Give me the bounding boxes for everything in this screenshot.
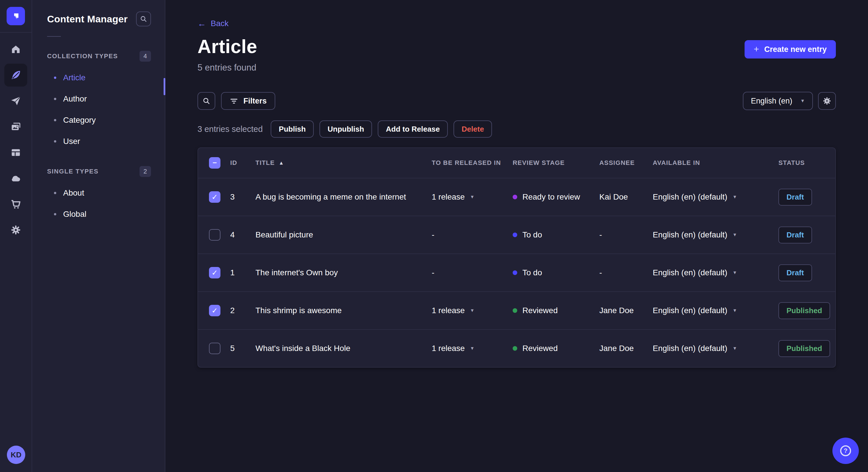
stage-dot-icon [513, 346, 517, 351]
filters-label: Filters [243, 97, 267, 105]
row-title[interactable]: This shrimp is awesome [255, 306, 432, 315]
single-types-section: SINGLE TYPES 2 About Global [47, 165, 151, 225]
releases-paper-plane-icon [10, 95, 22, 107]
stage-label: Reviewed [522, 306, 558, 315]
bullet-icon [54, 140, 56, 142]
search-button[interactable] [197, 92, 215, 110]
row-review-stage: To do [513, 230, 599, 239]
back-link[interactable]: ← Back [197, 19, 228, 28]
sidebar-item-marketplace[interactable] [4, 193, 27, 216]
strapi-logo[interactable] [7, 7, 25, 25]
stage-dot-icon [513, 233, 517, 237]
column-header-id[interactable]: ID [230, 159, 255, 167]
column-header-stage[interactable]: REVIEW STAGE [513, 159, 599, 167]
column-header-assignee[interactable]: ASSIGNEE [599, 159, 653, 167]
selection-actions-bar: 3 entries selected Publish Unpublish Add… [197, 121, 836, 138]
sidebar-item-media-library[interactable] [4, 115, 27, 138]
row-available-in[interactable]: English (en) (default) ▼ [653, 344, 778, 353]
selection-summary: 3 entries selected [197, 125, 262, 134]
status-badge: Draft [778, 189, 812, 206]
row-checkbox[interactable]: ✓ [209, 343, 220, 354]
sidebar-item-releases[interactable] [4, 90, 27, 112]
row-available-in[interactable]: English (en) (default) ▼ [653, 230, 778, 239]
sidebar-item-author[interactable]: Author [47, 88, 151, 109]
table-row[interactable]: ✓ 3 A bug is becoming a meme on the inte… [198, 178, 835, 216]
locale-select[interactable]: English (en) ▼ [743, 92, 813, 110]
add-to-release-button[interactable]: Add to Release [378, 121, 448, 138]
unpublish-button[interactable]: Unpublish [319, 121, 372, 138]
row-assignee: Jane Doe [599, 344, 653, 353]
row-status: Draft [778, 264, 835, 281]
locale-value: English (en) [751, 97, 792, 105]
row-id: 2 [230, 306, 255, 315]
column-header-available[interactable]: AVAILABLE IN [653, 159, 778, 167]
sidebar-item-category[interactable]: Category [47, 109, 151, 131]
row-available-in[interactable]: English (en) (default) ▼ [653, 268, 778, 277]
sidebar-item-content-type-builder[interactable] [4, 141, 27, 164]
checkmark-icon: ✓ [212, 193, 218, 201]
status-badge: Draft [778, 264, 812, 281]
row-title[interactable]: The internet's Own boy [255, 268, 432, 277]
sidebar-search-button[interactable] [136, 11, 151, 26]
chevron-down-icon[interactable]: ▼ [470, 346, 474, 351]
table-row[interactable]: ✓ 5 What's inside a Black Hole 1 release… [198, 329, 835, 367]
user-avatar[interactable]: KD [7, 446, 25, 464]
single-types-count-badge: 2 [140, 166, 151, 177]
sidebar-item-content-manager[interactable] [4, 64, 27, 87]
status-badge: Published [778, 302, 830, 319]
create-new-entry-button[interactable]: + Create new entry [745, 40, 836, 59]
help-button[interactable]: ? [832, 438, 859, 464]
row-title[interactable]: Beautiful picture [255, 230, 432, 239]
view-settings-button[interactable] [818, 92, 836, 110]
sidebar-item-global[interactable]: Global [47, 204, 151, 225]
available-locale-value: English (en) (default) [653, 268, 727, 277]
row-checkbox[interactable]: ✓ [209, 191, 220, 203]
table-row[interactable]: ✓ 4 Beautiful picture - ▼ To do - Englis… [198, 216, 835, 254]
sidebar-item-label: About [63, 189, 84, 198]
chevron-down-icon[interactable]: ▼ [470, 195, 474, 199]
gear-icon [822, 96, 832, 106]
status-badge: Draft [778, 227, 812, 243]
row-released: 1 release ▼ [432, 344, 513, 353]
stage-dot-icon [513, 308, 517, 313]
column-header-released[interactable]: TO BE RELEASED IN [432, 159, 513, 167]
delete-button[interactable]: Delete [454, 121, 492, 138]
chevron-down-icon[interactable]: ▼ [470, 308, 474, 313]
table-row[interactable]: ✓ 1 The internet's Own boy - ▼ To do - E… [198, 254, 835, 291]
row-assignee: Jane Doe [599, 306, 653, 315]
select-all-checkbox[interactable]: – [209, 157, 220, 169]
row-review-stage: Reviewed [513, 306, 599, 315]
row-title[interactable]: What's inside a Black Hole [255, 344, 432, 353]
sidebar-item-user[interactable]: User [47, 131, 151, 152]
table-header-row: – ID TITLE ▲ TO BE RELEASED IN REVIEW ST… [198, 148, 835, 178]
publish-button[interactable]: Publish [271, 121, 314, 138]
sidebar-item-settings[interactable] [4, 218, 27, 241]
sidebar-title: Content Manager [47, 13, 128, 25]
sidebar-item-article[interactable]: Article [47, 67, 151, 88]
stage-dot-icon [513, 270, 517, 275]
sidebar-item-label: User [63, 137, 80, 146]
row-available-in[interactable]: English (en) (default) ▼ [653, 306, 778, 315]
sidebar-item-home[interactable] [4, 38, 27, 61]
row-available-in[interactable]: English (en) (default) ▼ [653, 193, 778, 202]
row-checkbox[interactable]: ✓ [209, 305, 220, 316]
sidebar-item-about[interactable]: About [47, 182, 151, 204]
row-released-value: - [432, 268, 434, 277]
app-window: KD Content Manager COLLECTION TYPES 4 Ar… [0, 0, 868, 472]
filters-button[interactable]: Filters [221, 92, 275, 110]
row-status: Draft [778, 189, 835, 206]
plus-icon: + [754, 44, 759, 54]
column-header-title-label: TITLE [255, 159, 275, 167]
sidebar-item-deploy[interactable] [4, 167, 27, 190]
sidebar-divider [47, 36, 61, 37]
table-row[interactable]: ✓ 2 This shrimp is awesome 1 release ▼ R… [198, 291, 835, 329]
entries-table: – ID TITLE ▲ TO BE RELEASED IN REVIEW ST… [197, 147, 836, 368]
row-title[interactable]: A bug is becoming a meme on the internet [255, 193, 432, 202]
column-header-title[interactable]: TITLE ▲ [255, 159, 432, 167]
row-checkbox[interactable]: ✓ [209, 229, 220, 241]
chevron-down-icon: ▼ [800, 99, 805, 103]
column-header-status[interactable]: STATUS [778, 159, 835, 167]
row-id: 5 [230, 344, 255, 353]
row-checkbox[interactable]: ✓ [209, 267, 220, 278]
row-review-stage: Reviewed [513, 344, 599, 353]
